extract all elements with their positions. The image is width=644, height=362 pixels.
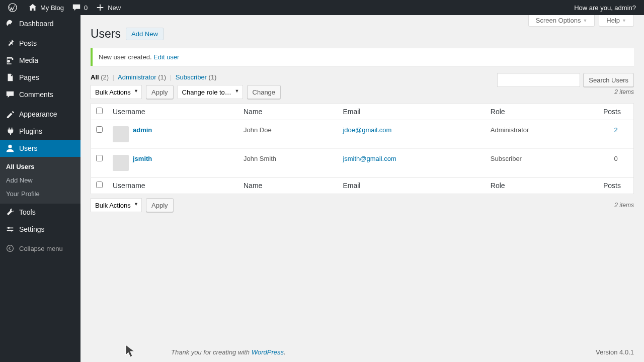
pin-icon	[5, 39, 15, 48]
col-email[interactable]: Email	[338, 104, 485, 120]
notice-text: New user created.	[99, 53, 152, 61]
col-username[interactable]: Username	[108, 104, 238, 120]
change-button[interactable]: Change	[247, 85, 281, 99]
col-name[interactable]: Name	[238, 104, 338, 120]
submenu-all-users[interactable]: All Users	[0, 160, 80, 173]
tools-icon	[5, 208, 15, 217]
sidebar-item-pages[interactable]: Pages	[0, 69, 80, 86]
bulk-actions-select[interactable]: Bulk Actions	[91, 85, 142, 99]
edit-user-link[interactable]: Edit user	[153, 53, 179, 61]
dashboard-icon	[5, 19, 15, 28]
help-tab[interactable]: Help▼	[599, 15, 634, 27]
sidebar-item-media[interactable]: Media	[0, 52, 80, 69]
row-checkbox[interactable]	[96, 155, 103, 161]
greeting-text: How are you, admin?	[574, 4, 636, 12]
col-username-foot: Username	[108, 177, 238, 194]
my-account[interactable]: How are you, admin?	[570, 0, 640, 15]
pages-icon	[5, 73, 15, 82]
col-role[interactable]: Role	[486, 104, 598, 120]
sidebar-item-comments[interactable]: Comments	[0, 86, 80, 103]
sidebar-item-label: Users	[19, 144, 38, 152]
collapse-menu[interactable]: Collapse menu	[0, 240, 80, 256]
sidebar-item-label: Media	[19, 56, 38, 64]
filter-all[interactable]: All	[91, 73, 99, 81]
footer-thanks: Thank you for creating with WordPress.	[171, 348, 286, 356]
username-link[interactable]: admin	[133, 126, 152, 134]
plus-icon	[96, 3, 105, 12]
sidebar-item-appearance[interactable]: Appearance	[0, 106, 80, 123]
cell-name: John Smith	[238, 149, 338, 177]
submenu-your-profile[interactable]: Your Profile	[0, 187, 80, 201]
avatar	[113, 126, 129, 142]
apply-button-bottom[interactable]: Apply	[146, 198, 174, 212]
col-name-foot: Name	[238, 177, 338, 194]
svg-point-4	[7, 245, 14, 252]
submenu-users: All Users Add New Your Profile	[0, 157, 80, 204]
apply-button-top[interactable]: Apply	[146, 85, 174, 99]
sidebar-item-label: Appearance	[19, 110, 57, 118]
col-posts-foot: Posts	[598, 177, 633, 194]
home-icon	[28, 3, 37, 12]
version-text: Version 4.0.1	[596, 348, 634, 356]
comment-icon	[5, 90, 15, 99]
sidebar-item-label: Posts	[19, 39, 37, 47]
username-link[interactable]: jsmith	[133, 155, 152, 162]
posts-count-link[interactable]: 2	[614, 126, 617, 134]
avatar	[113, 155, 129, 171]
sidebar-item-label: Pages	[19, 73, 39, 81]
comments-link[interactable]: 0	[68, 0, 92, 15]
filter-administrator-count: (1)	[158, 73, 166, 81]
settings-icon	[5, 225, 15, 234]
select-all-bottom[interactable]	[96, 182, 103, 188]
submenu-add-new[interactable]: Add New	[0, 173, 80, 187]
change-role-select[interactable]: Change role to…	[178, 85, 243, 99]
sidebar-item-label: Comments	[19, 90, 53, 99]
col-posts[interactable]: Posts	[598, 104, 633, 120]
cell-posts: 0	[598, 149, 633, 177]
add-new-button[interactable]: Add New	[126, 28, 164, 40]
filter-all-count: (2)	[101, 73, 109, 81]
site-name-link[interactable]: My Blog	[24, 0, 68, 15]
bulk-actions-select-bottom[interactable]: Bulk Actions	[91, 198, 142, 212]
wordpress-link[interactable]: WordPress	[252, 348, 284, 356]
sidebar-item-posts[interactable]: Posts	[0, 35, 80, 52]
filter-administrator[interactable]: Administrator	[118, 73, 156, 81]
cell-role: Administrator	[486, 120, 598, 149]
svg-point-2	[8, 227, 10, 229]
select-all-top[interactable]	[96, 108, 103, 114]
items-count-bottom: 2 items	[614, 202, 634, 209]
appearance-icon	[5, 110, 15, 119]
items-count-top: 2 items	[614, 88, 634, 96]
comments-count: 0	[84, 4, 88, 12]
chevron-down-icon: ▼	[622, 18, 626, 23]
sidebar-item-plugins[interactable]: Plugins	[0, 123, 80, 140]
comment-icon	[72, 3, 81, 12]
svg-point-1	[8, 145, 12, 148]
cell-name: John Doe	[238, 120, 338, 149]
svg-point-3	[11, 230, 13, 232]
sidebar-item-label: Tools	[19, 208, 36, 216]
col-role-foot: Role	[486, 177, 598, 194]
sidebar-item-label: Dashboard	[19, 20, 54, 28]
wp-logo[interactable]	[4, 0, 24, 15]
sidebar-item-label: Settings	[19, 225, 45, 233]
table-row: jsmith John Smith jsmith@gmail.com Subsc…	[91, 149, 633, 177]
email-link[interactable]: jsmith@gmail.com	[343, 155, 396, 162]
sidebar-item-label: Plugins	[19, 127, 42, 135]
filter-subscriber[interactable]: Subscriber	[176, 73, 207, 81]
media-icon	[5, 56, 15, 65]
chevron-down-icon: ▼	[583, 18, 587, 23]
sidebar-item-tools[interactable]: Tools	[0, 204, 80, 221]
email-link[interactable]: jdoe@gmail.com	[343, 126, 391, 134]
notice-success: New user created. Edit user	[91, 48, 634, 66]
plugin-icon	[5, 127, 15, 136]
cell-role: Subscriber	[486, 149, 598, 177]
screen-options-tab[interactable]: Screen Options▼	[528, 15, 595, 27]
sidebar-item-dashboard[interactable]: Dashboard	[0, 15, 80, 32]
sidebar-item-settings[interactable]: Settings	[0, 221, 80, 238]
row-checkbox[interactable]	[96, 126, 103, 133]
sidebar-item-users[interactable]: Users	[0, 140, 80, 157]
user-icon	[5, 144, 15, 153]
collapse-label: Collapse menu	[19, 245, 63, 252]
new-content-link[interactable]: New	[92, 0, 125, 15]
